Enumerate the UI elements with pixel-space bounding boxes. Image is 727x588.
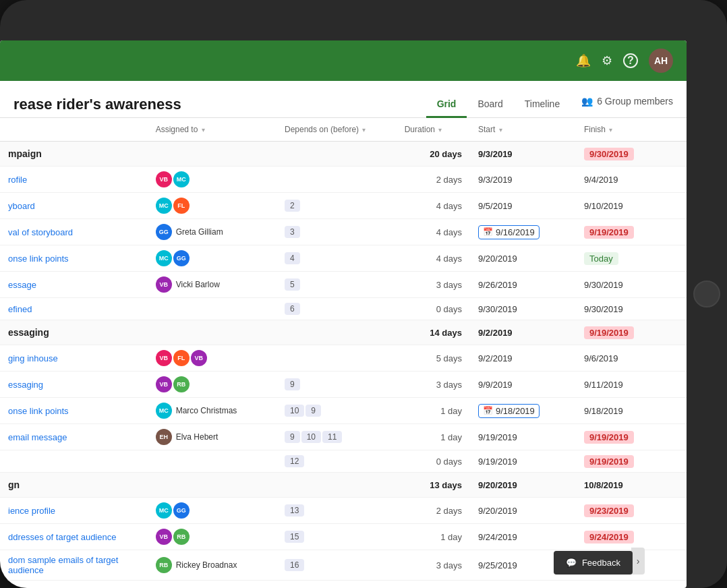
page-title: rease rider's awareness (13, 96, 181, 113)
expand-arrow[interactable]: › (631, 548, 645, 575)
task-name[interactable] (0, 450, 148, 473)
table-row: rofile VBMC 2 days 9/3/2019 9/4/2019 (0, 167, 687, 193)
group-duration: 20 days (397, 142, 470, 167)
task-duration: 0 days (397, 298, 470, 320)
task-duration: 4 days (397, 193, 470, 219)
task-assigned: VBFLVB (148, 345, 277, 372)
tablet-home-button[interactable] (693, 281, 720, 307)
sort-icon-assigned: ▾ (202, 126, 205, 134)
tab-timeline[interactable]: Timeline (514, 92, 571, 118)
task-name[interactable]: ience profile (0, 498, 148, 524)
table-row: essaging VBRB 9 3 days 9/9/2019 9/11/201… (0, 372, 687, 398)
table-row: yboard MCFL 2 4 days 9/5/2019 9/10/2019 (0, 193, 687, 219)
task-duration: 1 day (397, 424, 470, 450)
task-name[interactable]: onse link points (0, 398, 148, 424)
user-avatar[interactable]: AH (649, 49, 673, 73)
task-name[interactable]: email message (0, 424, 148, 450)
task-name[interactable]: onse link points (0, 245, 148, 272)
task-start[interactable]: 9/19/2019 (470, 450, 576, 473)
tabs: Grid Board Timeline (426, 92, 571, 117)
task-start[interactable]: 9/2/2019 (470, 345, 576, 372)
task-duration: 3 days (397, 372, 470, 398)
task-start[interactable]: 9/3/2019 (470, 167, 576, 193)
sort-icon-finish: ▾ (609, 126, 612, 134)
sort-icon-start: ▾ (499, 126, 502, 134)
task-duration: 2 days (397, 167, 470, 193)
col-header-task (0, 118, 148, 142)
task-finish: 9/19/2019 (576, 450, 687, 473)
task-depends: 6 (277, 298, 397, 320)
table-row: efined 6 0 days 9/30/2019 9/30/2019 (0, 298, 687, 320)
task-start[interactable]: 9/20/2019 (470, 245, 576, 272)
task-assigned: MCGG (148, 498, 277, 524)
task-name[interactable]: yboard (0, 193, 148, 219)
task-name[interactable]: dom sample emails of target audience (0, 550, 148, 581)
gear-icon[interactable]: ⚙ (602, 53, 612, 68)
group-finish: 9/19/2019 (576, 320, 687, 345)
task-depends: 91011 (277, 424, 397, 450)
table-row: essage VB Vicki Barlow 5 3 days 9/26/201… (0, 272, 687, 298)
task-depends: 2 (277, 193, 397, 219)
group-start: 9/2/2019 (470, 320, 576, 345)
task-assigned: RB Rickey Broadnax (148, 550, 277, 581)
task-depends (277, 167, 397, 193)
task-depends (277, 345, 397, 372)
tab-board[interactable]: Board (467, 92, 513, 118)
task-start[interactable]: 9/5/2019 (470, 193, 576, 219)
table-container[interactable]: Assigned to ▾ Depends on (before) ▾ Dura… (0, 118, 687, 588)
task-start[interactable]: 📅 9/18/2019 (470, 398, 576, 424)
group-row: mpaign 20 days 9/3/2019 9/30/2019 (0, 142, 687, 167)
task-finish: 9/4/2019 (576, 167, 687, 193)
col-header-finish[interactable]: Finish ▾ (576, 118, 687, 142)
feedback-button[interactable]: 💬 Feedback (554, 551, 633, 575)
sort-icon-depends: ▾ (362, 126, 366, 134)
task-start[interactable]: 9/26/2019 (470, 272, 576, 298)
task-finish: Today (576, 245, 687, 272)
group-duration: 13 days (397, 473, 470, 498)
task-start[interactable]: 9/19/2019 (470, 424, 576, 450)
task-duration: 3 days (397, 550, 470, 581)
table-row: onse link points MCGG 4 4 days 9/20/2019… (0, 245, 687, 272)
task-duration: 3 days (397, 272, 470, 298)
table-row: email message EH Elva Hebert 91011 1 day… (0, 424, 687, 450)
group-finish: 10/8/2019 (576, 473, 687, 498)
task-finish: 9/23/2019 (576, 498, 687, 524)
task-finish: 9/6/2019 (576, 345, 687, 372)
tab-grid[interactable]: Grid (426, 92, 467, 118)
task-name[interactable]: rofile (0, 167, 148, 193)
task-assigned: VBMC (148, 167, 277, 193)
task-start[interactable]: 9/20/2019 (470, 498, 576, 524)
task-name[interactable]: ddresses of target audience (0, 524, 148, 550)
table-row: 12 0 days 9/19/2019 9/19/2019 (0, 450, 687, 473)
task-depends: 13 (277, 498, 397, 524)
task-name[interactable]: ging inhouse (0, 345, 148, 372)
col-header-start[interactable]: Start ▾ (470, 118, 576, 142)
task-name[interactable]: essaging (0, 372, 148, 398)
task-start[interactable]: 9/9/2019 (470, 372, 576, 398)
col-header-duration[interactable]: Duration ▾ (397, 118, 470, 142)
task-start[interactable]: 9/30/2019 (470, 298, 576, 320)
task-start[interactable]: 9/24/2019 (470, 524, 576, 550)
task-duration: 0 days (397, 450, 470, 473)
bell-icon[interactable]: 🔔 (576, 53, 591, 68)
task-depends: 15 (277, 524, 397, 550)
group-icon: 👥 (581, 96, 593, 107)
task-assigned: MC Marco Christmas (148, 398, 277, 424)
page-header: rease rider's awareness Grid Board Timel… (0, 81, 687, 118)
table-row: val of storyboard GG Greta Gilliam 3 4 d… (0, 219, 687, 245)
header-right: Grid Board Timeline 👥 6 Group members (426, 92, 673, 117)
group-row: essaging 14 days 9/2/2019 9/19/2019 (0, 320, 687, 345)
col-header-depends[interactable]: Depends on (before) ▾ (277, 118, 397, 142)
task-name[interactable]: efined (0, 298, 148, 320)
task-depends: 12 (277, 450, 397, 473)
col-header-assigned[interactable]: Assigned to ▾ (148, 118, 277, 142)
help-icon[interactable]: ? (623, 53, 638, 68)
group-name: gn (0, 473, 148, 498)
tablet-screen: 🔔 ⚙ ? AH rease rider's awareness Grid Bo… (0, 40, 687, 588)
task-depends: 3 (277, 219, 397, 245)
task-name[interactable]: essage (0, 272, 148, 298)
table-body: mpaign 20 days 9/3/2019 9/30/2019 rofile… (0, 142, 687, 581)
task-assigned: VB Vicki Barlow (148, 272, 277, 298)
task-name[interactable]: val of storyboard (0, 219, 148, 245)
task-start[interactable]: 📅 9/16/2019 (470, 219, 576, 245)
